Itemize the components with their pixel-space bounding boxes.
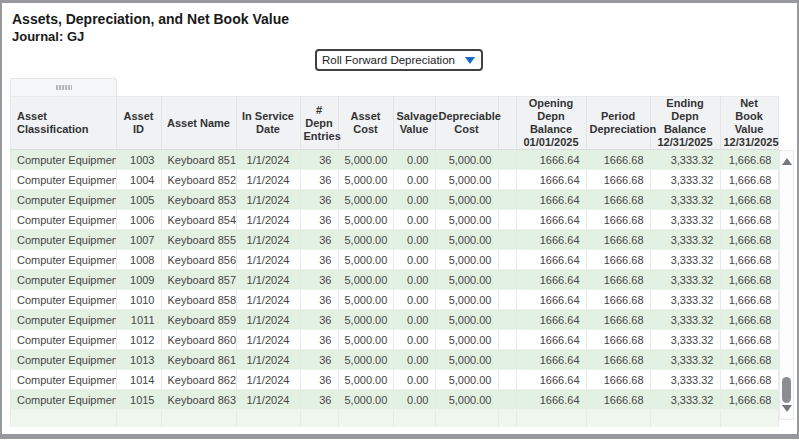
cell-period: 1666.68 <box>586 190 650 210</box>
column-header-depreciable[interactable]: Depreciable Cost <box>435 97 498 150</box>
assets-table: Asset ClassificationAsset IDAsset NameIn… <box>11 96 779 427</box>
cell-name <box>161 410 236 428</box>
table-row: Computer Equipment1011Keyboard 8591/1/20… <box>11 310 778 330</box>
column-header-entries[interactable]: # Depn Entries <box>300 97 338 150</box>
cell-name: Keyboard 852 <box>161 170 236 190</box>
cell-name: Keyboard 861 <box>161 350 236 370</box>
cell-opening: 1666.64 <box>516 290 586 310</box>
column-header-period[interactable]: Period Depreciation <box>586 97 650 150</box>
cell-cost: 5,000.00 <box>338 250 393 270</box>
cell-ending: 3,333.32 <box>650 250 720 270</box>
cell-salvage: 0.00 <box>393 290 435 310</box>
column-header-salvage[interactable]: Salvage Value <box>393 97 435 150</box>
cell-ending: 3,333.32 <box>650 290 720 310</box>
column-header-net[interactable]: Net Book Value 12/31/2025 <box>720 97 778 150</box>
cell-depreciable: 5,000.00 <box>435 290 498 310</box>
cell-salvage: 0.00 <box>393 210 435 230</box>
cell-gap <box>498 290 516 310</box>
cell-name: Keyboard 853 <box>161 190 236 210</box>
cell-depreciable: 5,000.00 <box>435 350 498 370</box>
cell-classification: Computer Equipment <box>11 170 116 190</box>
cell-classification: Computer Equipment <box>11 290 116 310</box>
cell-classification: Computer Equipment <box>11 210 116 230</box>
column-header-opening[interactable]: Opening Depn Balance 01/01/2025 <box>516 97 586 150</box>
report-window: Assets, Depreciation, and Net Book Value… <box>0 0 799 439</box>
cell-name: Keyboard 858 <box>161 290 236 310</box>
cell-classification: Computer Equipment <box>11 330 116 350</box>
cell-id: 1003 <box>116 150 161 170</box>
cell-id: 1013 <box>116 350 161 370</box>
cell-date: 1/1/2024 <box>236 290 300 310</box>
table-row: Computer Equipment1009Keyboard 8571/1/20… <box>11 270 778 290</box>
cell-cost <box>338 410 393 428</box>
cell-opening: 1666.64 <box>516 250 586 270</box>
cell-gap <box>498 250 516 270</box>
cell-classification: Computer Equipment <box>11 310 116 330</box>
scrollbar-thumb[interactable] <box>782 377 791 403</box>
cell-net: 1,666.68 <box>720 310 778 330</box>
cell-id: 1007 <box>116 230 161 250</box>
cell-net: 1,666.68 <box>720 150 778 170</box>
cell-depreciable: 5,000.00 <box>435 210 498 230</box>
cell-cost: 5,000.00 <box>338 150 393 170</box>
cell-period: 1666.68 <box>586 150 650 170</box>
column-header-id[interactable]: Asset ID <box>116 97 161 150</box>
cell-period: 1666.68 <box>586 290 650 310</box>
report-type-select[interactable]: Roll Forward Depreciation <box>315 49 483 71</box>
cell-salvage: 0.00 <box>393 330 435 350</box>
cell-name: Keyboard 860 <box>161 330 236 350</box>
cell-id: 1011 <box>116 310 161 330</box>
cell-net: 1,666.68 <box>720 350 778 370</box>
assets-table-container: Asset ClassificationAsset IDAsset NameIn… <box>10 96 779 427</box>
cell-entries: 36 <box>300 270 338 290</box>
cell-depreciable: 5,000.00 <box>435 370 498 390</box>
cell-date: 1/1/2024 <box>236 250 300 270</box>
vertical-scrollbar[interactable] <box>779 150 794 420</box>
cell-opening: 1666.64 <box>516 330 586 350</box>
column-header-name[interactable]: Asset Name <box>161 97 236 150</box>
cell-salvage: 0.00 <box>393 390 435 410</box>
cell-period: 1666.68 <box>586 390 650 410</box>
cell-cost: 5,000.00 <box>338 390 393 410</box>
cell-classification: Computer Equipment <box>11 190 116 210</box>
column-options-tab[interactable] <box>10 78 117 96</box>
cell-gap <box>498 190 516 210</box>
cell-name: Keyboard 851 <box>161 150 236 170</box>
cell-name: Keyboard 854 <box>161 210 236 230</box>
column-header-classification[interactable]: Asset Classification <box>11 97 116 150</box>
column-header-ending[interactable]: Ending Depn Balance 12/31/2025 <box>650 97 720 150</box>
cell-cost: 5,000.00 <box>338 290 393 310</box>
cell-depreciable: 5,000.00 <box>435 270 498 290</box>
cell-net: 1,666.68 <box>720 270 778 290</box>
cell-ending: 3,333.32 <box>650 190 720 210</box>
cell-salvage <box>393 410 435 428</box>
cell-net: 1,666.68 <box>720 390 778 410</box>
cell-entries: 36 <box>300 350 338 370</box>
cell-classification: Computer Equipment <box>11 150 116 170</box>
cell-ending: 3,333.32 <box>650 390 720 410</box>
cell-salvage: 0.00 <box>393 150 435 170</box>
table-row: Computer Equipment1010Keyboard 8581/1/20… <box>11 290 778 310</box>
table-row: Computer Equipment1013Keyboard 8611/1/20… <box>11 350 778 370</box>
cell-entries: 36 <box>300 210 338 230</box>
column-header-gap[interactable] <box>498 97 516 150</box>
scroll-down-icon[interactable] <box>782 405 792 412</box>
cell-salvage: 0.00 <box>393 250 435 270</box>
cell-opening: 1666.64 <box>516 310 586 330</box>
column-header-date[interactable]: In Service Date <box>236 97 300 150</box>
cell-date: 1/1/2024 <box>236 210 300 230</box>
cell-entries: 36 <box>300 230 338 250</box>
cell-ending: 3,333.32 <box>650 330 720 350</box>
cell-date <box>236 410 300 428</box>
cell-depreciable: 5,000.00 <box>435 170 498 190</box>
cell-id <box>116 410 161 428</box>
cell-net: 1,666.68 <box>720 210 778 230</box>
scroll-up-icon[interactable] <box>782 158 792 165</box>
column-header-cost[interactable]: Asset Cost <box>338 97 393 150</box>
cell-salvage: 0.00 <box>393 350 435 370</box>
cell-depreciable: 5,000.00 <box>435 330 498 350</box>
cell-id: 1010 <box>116 290 161 310</box>
cell-ending: 3,333.32 <box>650 210 720 230</box>
cell-gap <box>498 170 516 190</box>
cell-ending: 3,333.32 <box>650 150 720 170</box>
